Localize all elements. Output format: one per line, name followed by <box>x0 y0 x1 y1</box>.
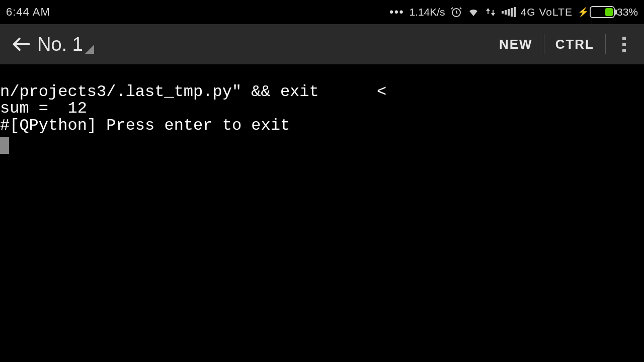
terminal-output[interactable]: n/projects3/.last_tmp.py" && exit <sum =… <box>0 64 644 362</box>
back-button[interactable] <box>9 32 33 56</box>
terminal-line: #[QPython] Press enter to exit <box>0 117 644 134</box>
terminal-line: n/projects3/.last_tmp.py" && exit < <box>0 83 644 101</box>
data-arrows-icon <box>485 6 497 18</box>
battery-indicator: ⚡ 33% <box>578 6 638 18</box>
more-icon: ••• <box>389 6 404 19</box>
ctrl-button[interactable]: CTRL <box>544 37 605 52</box>
status-bar: 6:44 AM ••• 1.14K/s 4G VoLTE ⚡ 33% <box>0 0 644 24</box>
network-label: 4G VoLTE <box>521 6 573 18</box>
status-right: ••• 1.14K/s 4G VoLTE ⚡ 33% <box>389 6 638 19</box>
battery-percent: 33% <box>617 6 638 18</box>
terminal-cursor <box>0 137 9 154</box>
dropdown-triangle-icon <box>85 45 94 54</box>
alarm-icon <box>450 6 462 18</box>
status-time: 6:44 AM <box>6 6 50 19</box>
battery-icon <box>590 6 615 18</box>
menu-dot-icon <box>622 37 626 40</box>
new-button[interactable]: NEW <box>488 37 544 52</box>
app-bar: No. 1 NEW CTRL <box>0 24 644 64</box>
signal-icon <box>502 7 516 17</box>
menu-dot-icon <box>622 43 626 46</box>
terminal-line: sum = 12 <box>0 100 644 117</box>
charging-icon: ⚡ <box>578 7 589 18</box>
session-dropdown[interactable]: No. 1 <box>37 34 94 55</box>
menu-dot-icon <box>622 49 626 52</box>
network-speed: 1.14K/s <box>409 6 445 18</box>
arrow-left-icon <box>12 35 31 54</box>
session-title: No. 1 <box>37 34 83 55</box>
wifi-icon <box>467 6 479 18</box>
divider <box>605 34 606 54</box>
overflow-menu-button[interactable] <box>612 32 636 56</box>
